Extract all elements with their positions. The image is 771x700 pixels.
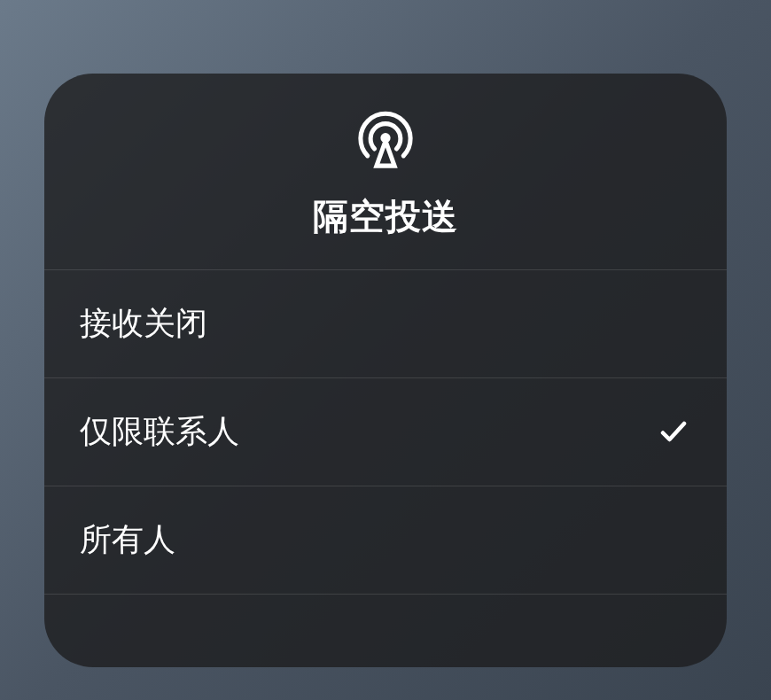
option-receiving-off[interactable]: 接收关闭 bbox=[44, 270, 727, 378]
option-everyone[interactable]: 所有人 bbox=[44, 486, 727, 595]
airdrop-icon bbox=[354, 109, 417, 173]
panel-header: 隔空投送 bbox=[44, 74, 727, 270]
option-label: 所有人 bbox=[80, 518, 175, 562]
panel-title: 隔空投送 bbox=[313, 192, 458, 241]
options-list: 接收关闭 仅限联系人 所有人 bbox=[44, 270, 727, 667]
option-label: 接收关闭 bbox=[80, 302, 207, 346]
checkmark-icon bbox=[656, 414, 691, 449]
airdrop-panel: 隔空投送 接收关闭 仅限联系人 所有人 bbox=[44, 74, 727, 667]
option-contacts-only[interactable]: 仅限联系人 bbox=[44, 378, 727, 486]
option-label: 仅限联系人 bbox=[80, 410, 239, 454]
